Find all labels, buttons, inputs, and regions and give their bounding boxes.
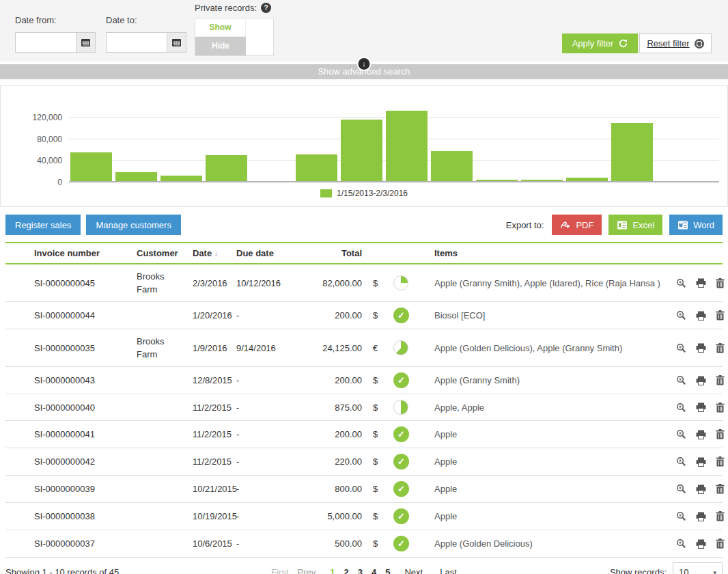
y-axis-tick-label: 80,000 bbox=[37, 135, 62, 144]
currency-cell: $ bbox=[367, 421, 388, 448]
pagination-page-2-link[interactable]: 2 bbox=[344, 567, 349, 574]
print-invoice-button[interactable] bbox=[696, 278, 706, 288]
pagination-prev-link[interactable]: Prev bbox=[298, 567, 316, 574]
calendar-icon bbox=[171, 38, 182, 47]
header-invoice-number[interactable]: Invoice number bbox=[5, 243, 131, 264]
apply-filter-button[interactable]: Apply filter bbox=[562, 33, 638, 53]
delete-invoice-button[interactable] bbox=[716, 343, 725, 353]
print-invoice-button[interactable] bbox=[696, 402, 706, 412]
items-cell: Apple bbox=[419, 421, 671, 448]
chart-bar[interactable] bbox=[431, 151, 473, 181]
reset-filter-button[interactable]: Reset filter bbox=[639, 33, 712, 53]
chart-bar[interactable] bbox=[611, 123, 653, 181]
invoice-number-cell: SI-0000000040 bbox=[5, 394, 131, 421]
show-records-label: Show records: bbox=[610, 567, 667, 574]
chart-bar[interactable] bbox=[386, 111, 428, 181]
pagination-next-link[interactable]: Next bbox=[404, 567, 423, 574]
chart-bar[interactable] bbox=[70, 152, 112, 181]
pagination-last-link[interactable]: Last bbox=[440, 567, 457, 574]
due-date-cell: - bbox=[231, 476, 291, 503]
print-invoice-button[interactable] bbox=[696, 484, 706, 494]
hide-toggle-button[interactable]: Hide bbox=[195, 37, 246, 55]
pagination-page-3-link[interactable]: 3 bbox=[358, 567, 363, 574]
print-invoice-button[interactable] bbox=[696, 539, 706, 549]
pagination-page-1-link[interactable]: 1 bbox=[330, 567, 335, 574]
delete-invoice-button[interactable] bbox=[716, 375, 725, 385]
delete-invoice-button[interactable] bbox=[716, 538, 725, 549]
header-total[interactable]: Total bbox=[291, 243, 367, 264]
delete-invoice-button[interactable] bbox=[716, 429, 725, 439]
view-invoice-button[interactable] bbox=[676, 484, 686, 494]
items-cell: Apple, Apple bbox=[419, 394, 671, 421]
register-sales-button[interactable]: Register sales bbox=[5, 215, 81, 235]
delete-invoice-button[interactable] bbox=[716, 484, 725, 494]
private-records-toggle: Show Hide bbox=[195, 18, 274, 56]
export-word-button[interactable]: Word bbox=[669, 215, 723, 235]
manage-customers-button[interactable]: Manage customers bbox=[86, 215, 181, 235]
print-invoice-button[interactable] bbox=[696, 376, 706, 385]
due-date-cell: 10/12/2016 bbox=[231, 264, 291, 302]
zoom-in-icon bbox=[676, 310, 686, 320]
delete-invoice-button[interactable] bbox=[716, 310, 725, 320]
invoice-number-cell: SI-0000000041 bbox=[5, 421, 131, 448]
print-invoice-button[interactable] bbox=[696, 512, 706, 521]
due-date-cell: - bbox=[231, 530, 291, 558]
view-invoice-button[interactable] bbox=[676, 402, 686, 413]
header-date[interactable]: Date↓ bbox=[187, 243, 231, 264]
view-invoice-button[interactable] bbox=[676, 511, 686, 521]
view-invoice-button[interactable] bbox=[676, 343, 686, 353]
chart-bar[interactable] bbox=[206, 155, 247, 181]
customer-cell: Brooks Farm bbox=[131, 264, 187, 302]
chart-bar[interactable] bbox=[476, 180, 518, 181]
pagination-page-5-link[interactable]: 5 bbox=[385, 567, 390, 574]
header-items[interactable]: Items bbox=[419, 243, 671, 264]
view-invoice-button[interactable] bbox=[676, 278, 686, 288]
chart-bar[interactable] bbox=[521, 180, 563, 181]
print-invoice-button[interactable] bbox=[696, 430, 706, 439]
pagination-page-4-link[interactable]: 4 bbox=[372, 567, 376, 574]
chart-bar[interactable] bbox=[115, 172, 157, 182]
items-cell: Apple bbox=[419, 448, 671, 476]
show-records-select[interactable]: 10 ▾ bbox=[673, 562, 723, 574]
header-currency bbox=[367, 243, 388, 264]
date-from-input[interactable] bbox=[15, 32, 76, 53]
total-cell: 220.00 bbox=[291, 448, 367, 476]
view-invoice-button[interactable] bbox=[676, 310, 686, 320]
view-invoice-button[interactable] bbox=[676, 456, 686, 467]
export-pdf-button[interactable]: PDF bbox=[552, 215, 602, 235]
chart-bar[interactable] bbox=[296, 154, 337, 181]
chart-bar[interactable] bbox=[341, 120, 382, 181]
header-customer[interactable]: Customer bbox=[131, 243, 187, 264]
show-toggle-button[interactable]: Show bbox=[195, 18, 246, 37]
paid-status-icon: ✓ bbox=[393, 308, 409, 323]
chart-bar[interactable] bbox=[566, 178, 608, 182]
date-to-input[interactable] bbox=[106, 32, 167, 53]
delete-invoice-button[interactable] bbox=[716, 456, 725, 467]
date-from-calendar-button[interactable] bbox=[76, 32, 96, 53]
delete-invoice-button[interactable] bbox=[716, 511, 725, 521]
chart-y-axis: 040,00080,000120,000 bbox=[1, 111, 69, 182]
zoom-in-icon bbox=[676, 538, 686, 549]
view-invoice-button[interactable] bbox=[676, 538, 686, 549]
trash-icon bbox=[716, 278, 725, 288]
view-invoice-button[interactable] bbox=[676, 375, 686, 385]
chart-bar[interactable] bbox=[160, 176, 202, 181]
pagination-first-link[interactable]: First bbox=[271, 567, 288, 574]
print-invoice-button[interactable] bbox=[696, 343, 706, 353]
zoom-in-icon bbox=[676, 484, 686, 494]
print-invoice-button[interactable] bbox=[696, 457, 706, 467]
items-cell: Apple (Golden Delicious) bbox=[419, 530, 671, 558]
delete-invoice-button[interactable] bbox=[716, 402, 725, 413]
table-footer: Showing 1 - 10 records of 45 First Prev … bbox=[0, 558, 728, 574]
show-advanced-search-bar[interactable]: ↓ Show advanced search bbox=[0, 64, 728, 79]
delete-invoice-button[interactable] bbox=[716, 278, 725, 288]
date-to-calendar-button[interactable] bbox=[167, 32, 186, 53]
invoice-number-cell: SI-0000000037 bbox=[5, 530, 131, 558]
expand-down-arrow-icon: ↓ bbox=[359, 58, 370, 70]
export-excel-button[interactable]: Excel bbox=[608, 215, 662, 235]
header-due-date[interactable]: Due date bbox=[231, 243, 291, 264]
help-icon[interactable]: ? bbox=[261, 3, 271, 13]
print-invoice-button[interactable] bbox=[696, 311, 706, 320]
chart-legend: 1/15/2013-2/3/2016 bbox=[1, 189, 727, 198]
view-invoice-button[interactable] bbox=[676, 429, 686, 439]
